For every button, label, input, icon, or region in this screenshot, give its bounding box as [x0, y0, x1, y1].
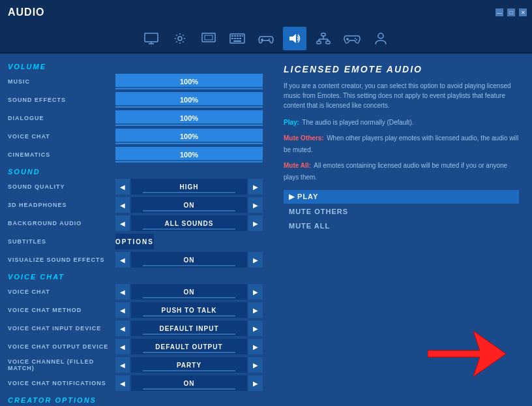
svg-point-32 [356, 39, 357, 40]
voice-chat-method-value: PUSH TO TALK [162, 307, 217, 314]
nav-user[interactable] [369, 27, 392, 50]
voice-channel-label: VOICE CHANNEL (FILLED MATCH) [8, 358, 115, 371]
minimize-button[interactable]: — [495, 8, 503, 16]
voice-chat-right[interactable]: ▶ [248, 284, 263, 300]
background-audio-row: BACKGROUND AUDIO ◀ ALL SOUNDS ▶ [3, 214, 268, 232]
headphones-value: ON [184, 202, 195, 209]
headphones-control: ◀ ON ▶ [115, 197, 263, 213]
nav-display[interactable] [197, 27, 220, 50]
voice-chat-method-value-box: PUSH TO TALK [131, 302, 247, 318]
sound-quality-left[interactable]: ◀ [115, 179, 130, 195]
visualize-control: ◀ ON ▶ [115, 252, 263, 268]
sound-section-header: SOUND [3, 164, 268, 178]
mute-all-highlight-label: Mute All: [284, 162, 311, 169]
voice-chat-method-left[interactable]: ◀ [115, 302, 130, 318]
red-arrow-indicator [428, 328, 506, 380]
info-paragraph: If you are a content creator, you can se… [284, 81, 519, 110]
nav-bar [0, 25, 532, 54]
cinematics-volume[interactable]: 100% [115, 147, 263, 163]
headphones-row: 3D HEADPHONES ◀ ON ▶ [3, 196, 268, 214]
maximize-button[interactable]: □ [507, 8, 515, 16]
window-controls: — □ ✕ [495, 8, 527, 16]
background-audio-value: ALL SOUNDS [165, 220, 214, 227]
dialogue-label: DIALOGUE [8, 115, 115, 121]
svg-marker-21 [289, 34, 296, 43]
voice-chat-method-right[interactable]: ▶ [248, 302, 263, 318]
subtitles-options[interactable]: OPTIONS [115, 234, 154, 249]
voice-chat-value-box: ON [131, 284, 247, 300]
main-layout: VOLUME MUSIC 100% SOUND EFFECTS 100% DIA… [0, 54, 532, 406]
voice-output-left[interactable]: ◀ [115, 339, 130, 354]
nav-network[interactable] [312, 27, 335, 50]
voice-notifications-right[interactable]: ▶ [248, 375, 263, 391]
sound-quality-value-box: HIGH [131, 179, 247, 195]
dialogue-volume[interactable]: 100% [115, 110, 263, 126]
svg-point-33 [378, 33, 383, 39]
voice-output-row: VOICE CHAT OUTPUT DEVICE ◀ DEFAULT OUTPU… [3, 337, 268, 356]
sound-quality-value: HIGH [180, 183, 199, 191]
nav-controller[interactable] [340, 27, 364, 50]
voice-output-right[interactable]: ▶ [248, 339, 263, 354]
voice-chat-value: ON [184, 289, 195, 296]
voice-input-left[interactable]: ◀ [115, 320, 130, 336]
voice-chat-method-label: VOICE CHAT METHOD [8, 307, 115, 313]
creator-options-section-header: CREATOR OPTIONS [3, 392, 268, 406]
dialogue-row: DIALOGUE 100% [3, 109, 268, 127]
dialogue-value: 100% [180, 114, 198, 122]
visualize-right[interactable]: ▶ [248, 252, 263, 268]
voice-chat-volume[interactable]: 100% [115, 129, 263, 144]
sound-effects-row: SOUND EFFECTS 100% [3, 91, 268, 109]
svg-rect-4 [202, 33, 215, 42]
voice-chat-volume-label: VOICE CHAT [8, 133, 115, 140]
music-volume[interactable]: 100% [115, 74, 263, 89]
nav-gear[interactable] [168, 27, 192, 50]
voice-chat-section-header: VOICE CHAT [3, 269, 268, 283]
close-button[interactable]: ✕ [519, 8, 527, 16]
voice-input-control: ◀ DEFAULT INPUT ▶ [115, 320, 263, 336]
visualize-value-box: ON [131, 252, 247, 268]
voice-channel-right[interactable]: ▶ [248, 357, 263, 373]
voice-channel-left[interactable]: ◀ [115, 357, 130, 373]
visualize-left[interactable]: ◀ [115, 252, 130, 268]
mute-all-desc: All emotes containing licensed audio wil… [284, 162, 507, 181]
sound-quality-right[interactable]: ▶ [248, 179, 263, 195]
option-mute-others[interactable]: MUTE OTHERS [284, 205, 519, 218]
cinematics-row: CINEMATICS 100% [3, 146, 268, 164]
voice-input-right[interactable]: ▶ [248, 320, 263, 336]
option-play[interactable]: ▶ PLAY [284, 190, 519, 204]
nav-gamepad2[interactable] [254, 27, 278, 50]
headphones-left[interactable]: ◀ [115, 197, 130, 213]
voice-output-label: VOICE CHAT OUTPUT DEVICE [8, 343, 115, 350]
voice-notifications-control: ◀ ON ▶ [115, 375, 263, 391]
svg-point-19 [269, 39, 270, 40]
background-audio-value-box: ALL SOUNDS [131, 215, 247, 231]
voice-input-value: DEFAULT INPUT [159, 325, 218, 332]
option-mute-all[interactable]: MUTE ALL [284, 219, 519, 232]
nav-monitor[interactable] [140, 27, 163, 50]
svg-rect-14 [237, 38, 239, 39]
svg-rect-7 [231, 35, 233, 37]
sound-effects-volume[interactable]: 100% [115, 92, 263, 108]
play-highlight-label: Play: [284, 119, 299, 126]
svg-rect-9 [237, 35, 239, 37]
svg-marker-34 [428, 331, 506, 377]
background-audio-control: ◀ ALL SOUNDS ▶ [115, 215, 263, 231]
sound-effects-label: SOUND EFFECTS [8, 97, 115, 103]
headphones-value-box: ON [131, 197, 247, 213]
right-panel: LICENSED EMOTE AUDIO If you are a conten… [271, 54, 532, 406]
sound-quality-control: ◀ HIGH ▶ [115, 179, 263, 195]
cinematics-value: 100% [180, 151, 198, 159]
visualize-row: VISUALIZE SOUND EFFECTS ◀ ON ▶ [3, 251, 268, 269]
background-audio-right[interactable]: ▶ [248, 215, 263, 231]
background-audio-left[interactable]: ◀ [115, 215, 130, 231]
nav-keyboard[interactable] [226, 27, 249, 50]
svg-rect-10 [239, 35, 241, 37]
svg-rect-23 [317, 41, 321, 44]
nav-audio[interactable] [283, 27, 306, 50]
voice-notifications-left[interactable]: ◀ [115, 375, 130, 391]
headphones-right[interactable]: ▶ [248, 197, 263, 213]
svg-rect-11 [242, 35, 243, 37]
emote-audio-options: ▶ PLAY MUTE OTHERS MUTE ALL [284, 190, 519, 232]
background-audio-label: BACKGROUND AUDIO [8, 220, 115, 226]
voice-chat-left[interactable]: ◀ [115, 284, 130, 300]
